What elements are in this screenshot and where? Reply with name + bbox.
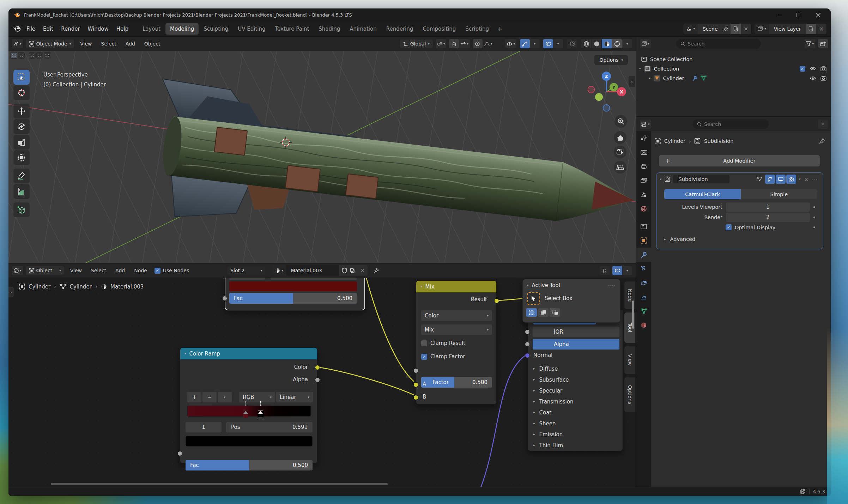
viewport-menu-select[interactable]: Select bbox=[98, 40, 120, 48]
remove-stop-button[interactable]: − bbox=[202, 392, 217, 402]
socket-factor-input[interactable] bbox=[413, 368, 418, 373]
tool-transform[interactable] bbox=[13, 150, 30, 165]
section-coat[interactable]: ▸Coat bbox=[531, 407, 620, 418]
tool-rotate[interactable] bbox=[13, 119, 30, 134]
properties-search[interactable] bbox=[693, 119, 769, 129]
clamp-factor-row[interactable]: ✓ Clamp Factor bbox=[421, 353, 465, 360]
camera-icon[interactable] bbox=[820, 66, 826, 71]
socket-alpha-output[interactable] bbox=[315, 377, 320, 382]
stop-position-field[interactable]: Pos 0.591 bbox=[226, 422, 313, 432]
clamp-result-row[interactable]: Clamp Result bbox=[421, 340, 465, 346]
shading-wireframe-button[interactable] bbox=[581, 39, 591, 48]
outliner-row-collection[interactable]: ▾ Collection ✓ bbox=[636, 64, 831, 73]
view-layer-remove-icon[interactable]: × bbox=[816, 26, 826, 32]
material-browse-button[interactable]: ▾ bbox=[272, 265, 286, 276]
type-simple-button[interactable]: Simple bbox=[741, 189, 817, 199]
properties-tabs-dropdown[interactable]: ▾ bbox=[640, 120, 651, 129]
proportional-edit-button[interactable] bbox=[473, 39, 483, 48]
color-swatch[interactable] bbox=[229, 281, 357, 291]
tool-move[interactable] bbox=[13, 104, 30, 119]
tool-select-box[interactable] bbox=[13, 70, 30, 85]
collection-checkbox[interactable]: ✓ bbox=[800, 66, 805, 72]
ior-slider[interactable]: IOR bbox=[533, 327, 619, 337]
node-principled-bsdf[interactable]: IOR Alpha Normal ▸Diffuse ▸Subsurface ▸S… bbox=[527, 310, 623, 451]
socket-color-output[interactable] bbox=[315, 365, 320, 370]
navigation-gizmo[interactable]: Z Y X bbox=[583, 68, 626, 113]
duplicate-icon[interactable] bbox=[350, 268, 355, 273]
editor-type-button[interactable]: ▾ bbox=[12, 39, 23, 48]
fac-slider[interactable]: Fac 0.500 bbox=[186, 460, 313, 470]
tab-scripting[interactable]: Scripting bbox=[461, 23, 493, 35]
color-mode-dropdown[interactable]: RGB▾ bbox=[239, 392, 275, 402]
chevron-down-icon[interactable]: ▾ bbox=[639, 67, 641, 70]
animate-dot-icon[interactable] bbox=[813, 217, 815, 218]
modifier-realtime-toggle[interactable] bbox=[776, 175, 786, 184]
outliner-search-input[interactable] bbox=[688, 41, 756, 47]
viewport-menu-object[interactable]: Object bbox=[141, 40, 164, 48]
scene-browse-button[interactable]: ▾ bbox=[683, 24, 698, 34]
view-layer-name[interactable]: View Layer bbox=[769, 26, 806, 32]
ptab-scene[interactable] bbox=[636, 188, 651, 202]
maximize-icon[interactable] bbox=[796, 12, 801, 18]
shader-menu-view[interactable]: View bbox=[67, 266, 85, 275]
modifier-editmode-toggle[interactable] bbox=[765, 175, 775, 184]
ptab-view-layer[interactable] bbox=[636, 174, 651, 188]
levels-viewport-field[interactable]: 1 bbox=[726, 202, 810, 212]
blend-mode-dropdown[interactable]: Mix▾ bbox=[421, 324, 492, 335]
ramp-gradient-bar[interactable] bbox=[187, 406, 311, 417]
type-catmull-clark-button[interactable]: Catmull-Clark bbox=[664, 189, 741, 199]
minimize-icon[interactable] bbox=[777, 12, 782, 18]
select-mode-set[interactable] bbox=[11, 52, 17, 59]
sidebar-collapse-handle[interactable]: ‹ bbox=[629, 76, 635, 87]
select-mode-extend[interactable] bbox=[18, 52, 25, 59]
section-subsurface[interactable]: ▸Subsurface bbox=[531, 374, 620, 385]
socket-normal-input[interactable] bbox=[525, 353, 530, 358]
properties-search-input[interactable] bbox=[704, 121, 764, 127]
select-subtract-button[interactable] bbox=[550, 308, 560, 317]
ramp-index-field-partial[interactable] bbox=[229, 278, 265, 280]
fac-slider[interactable]: Fac 0.500 bbox=[229, 293, 357, 304]
modifier-vertex-group-toggle[interactable] bbox=[755, 175, 764, 184]
active-stop-index-field[interactable]: 1 bbox=[186, 422, 222, 432]
n-panel-expand-handle[interactable]: › bbox=[8, 287, 14, 297]
scene-name[interactable]: Scene bbox=[698, 26, 723, 32]
mix-header[interactable]: ▾ Mix bbox=[416, 281, 496, 292]
camera-view-button[interactable] bbox=[614, 146, 626, 158]
node-snap-toggle[interactable] bbox=[600, 266, 610, 275]
select-mode-intersect[interactable] bbox=[44, 52, 50, 59]
section-emission[interactable]: ▸Emission bbox=[531, 429, 620, 440]
scene-unlink-icon[interactable]: × bbox=[741, 26, 751, 32]
shading-dropdown[interactable]: ▾ bbox=[622, 39, 632, 48]
factor-slider[interactable]: Factor 0.500 bbox=[421, 377, 492, 388]
chevron-right-icon[interactable]: ▸ bbox=[649, 77, 651, 80]
pin-icon[interactable] bbox=[723, 26, 728, 32]
select-mode-invert[interactable] bbox=[36, 52, 43, 59]
visibility-dropdown[interactable]: ▾ bbox=[505, 39, 516, 48]
mode-dropdown[interactable]: Object Mode ▾ bbox=[26, 40, 74, 48]
use-nodes-toggle[interactable]: ✓ Use Nodes bbox=[155, 268, 189, 274]
snap-settings-button[interactable]: ▾ bbox=[459, 39, 470, 48]
drag-dots-icon[interactable]: ···· bbox=[608, 283, 616, 288]
ramp-pos-field-partial[interactable] bbox=[271, 278, 357, 280]
slot-dropdown[interactable]: Slot 2 ▾ bbox=[227, 266, 265, 275]
fake-user-shield-icon[interactable] bbox=[342, 268, 347, 273]
optimal-display-checkbox[interactable]: ✓ bbox=[726, 224, 732, 230]
xray-toggle[interactable] bbox=[567, 39, 577, 48]
ptab-tool[interactable] bbox=[636, 131, 651, 145]
eye-icon[interactable] bbox=[810, 76, 816, 80]
tab-modeling[interactable]: Modeling bbox=[165, 23, 199, 35]
ptab-render[interactable] bbox=[636, 145, 651, 159]
scene-new-button[interactable] bbox=[731, 24, 741, 34]
view-layer-new-button[interactable] bbox=[806, 24, 816, 34]
ptab-world[interactable] bbox=[636, 202, 651, 216]
crumb-mesh[interactable]: Cylinder bbox=[70, 284, 92, 290]
menu-file[interactable]: File bbox=[23, 24, 39, 34]
ptab-particles[interactable] bbox=[636, 262, 651, 276]
ptab-object[interactable] bbox=[636, 233, 651, 248]
eye-icon[interactable] bbox=[810, 66, 816, 71]
sidebar-tab-view[interactable]: View bbox=[624, 346, 635, 374]
material-unlink-icon[interactable]: × bbox=[358, 267, 368, 274]
interpolation-dropdown[interactable]: Linear▾ bbox=[276, 392, 313, 402]
node-overlays-toggle[interactable] bbox=[612, 266, 622, 275]
outliner-row-cylinder[interactable]: ▸ Cylinder bbox=[636, 73, 831, 83]
